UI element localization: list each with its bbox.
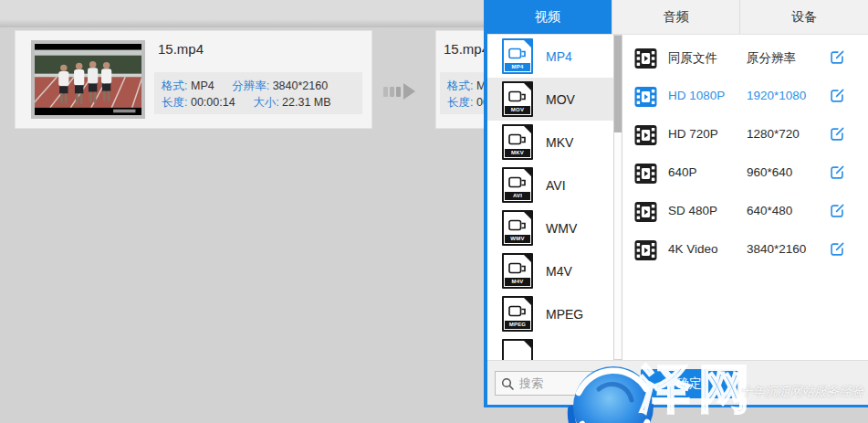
resolution-value: 3840*2160 [273,79,328,92]
partial-file-icon [502,339,533,360]
format-item-partial[interactable] [487,335,613,360]
size-value: 22.31 MB [282,96,331,109]
edit-icon[interactable] [828,164,846,182]
preset-row-hd1080p[interactable]: HD 1080P 1920*1080 [622,78,868,116]
preset-panel: 同原文件 原分辨率 HD 1080P 1920*1080 HD 720P 128… [622,35,868,360]
preset-row-hd720p[interactable]: HD 720P 1280*720 [622,116,868,154]
tab-device[interactable]: 设备 [739,0,868,34]
popup-bottom-border [484,405,868,407]
m4v-file-icon: M4V [502,253,533,289]
mov-file-icon: MOV [502,81,533,117]
format-label: 格式: [447,79,473,92]
preset-row-4k[interactable]: 4K Video 3840*2160 [622,231,868,270]
format-item-m4v[interactable]: M4V M4V [487,249,613,292]
popup-tabbar: 视频 音频 设备 [484,0,868,35]
duration-label: 长度: [162,96,187,109]
preset-row-640p[interactable]: 640P 960*640 [622,154,868,193]
edit-icon[interactable] [828,125,846,143]
popup-left-border [484,0,487,407]
source-file-name: 15.mp4 [158,41,204,57]
preset-row-original[interactable]: 同原文件 原分辨率 [622,39,868,78]
preset-row-sd480p[interactable]: SD 480P 640*480 [622,193,868,231]
film-icon [634,240,657,260]
format-list-scrollbar[interactable] [613,35,622,360]
film-icon [634,48,657,69]
film-icon [634,125,657,145]
format-item-wmv[interactable]: WMV WMV [487,206,613,249]
tab-video[interactable]: 视频 [484,0,612,34]
size-label: 大小: [253,96,278,109]
film-icon [634,202,657,222]
edit-icon[interactable] [828,87,846,105]
search-box [495,371,633,396]
format-item-mpeg[interactable]: MPEG MPEG [487,292,613,335]
format-item-mp4[interactable]: MP4 MP4 [487,35,613,78]
format-label: 格式: [162,79,187,92]
duration-value: 00:00:14 [191,96,235,109]
edit-icon[interactable] [828,240,846,259]
duration-label: 长度: [447,96,473,109]
wmv-file-icon: WMV [502,210,533,246]
scrollbar-thumb[interactable] [614,36,622,132]
search-input[interactable] [519,372,629,395]
mpeg-file-icon: MPEG [502,296,533,332]
thumbnail-scene-image [35,44,141,115]
format-item-mov[interactable]: MOV MOV [487,78,613,121]
video-thumbnail [31,40,145,119]
source-file-card: 15.mp4 格式: MP4 分辨率: 3840*2160 长度: 00:00:… [15,30,372,129]
mp4-file-icon: MP4 [502,38,533,74]
popup-bottom-bar: 确定 [487,360,868,405]
format-item-mkv[interactable]: MKV MKV [487,121,613,164]
format-value: MP4 [191,79,214,92]
format-select-popup: 视频 音频 设备 MP4 MP4 MOV MOV MKV [484,0,868,407]
avi-file-icon: AVI [502,167,533,203]
search-icon [501,377,515,391]
resolution-label: 分辨率: [232,79,269,92]
edit-icon[interactable] [828,48,846,67]
film-icon [634,87,657,107]
format-item-avi[interactable]: AVI AVI [487,164,613,206]
source-file-info: 格式: MP4 分辨率: 3840*2160 长度: 00:00:14 大小: … [154,72,362,114]
film-icon [634,164,657,184]
convert-arrow-icon [383,82,420,100]
format-list: MP4 MP4 MOV MOV MKV MKV AVI [487,35,613,360]
confirm-button[interactable]: 确定 [641,369,737,398]
edit-icon[interactable] [828,202,846,220]
tab-audio[interactable]: 音频 [612,0,740,34]
target-file-name: 15.mp4 [444,41,489,57]
mkv-file-icon: MKV [502,124,533,160]
